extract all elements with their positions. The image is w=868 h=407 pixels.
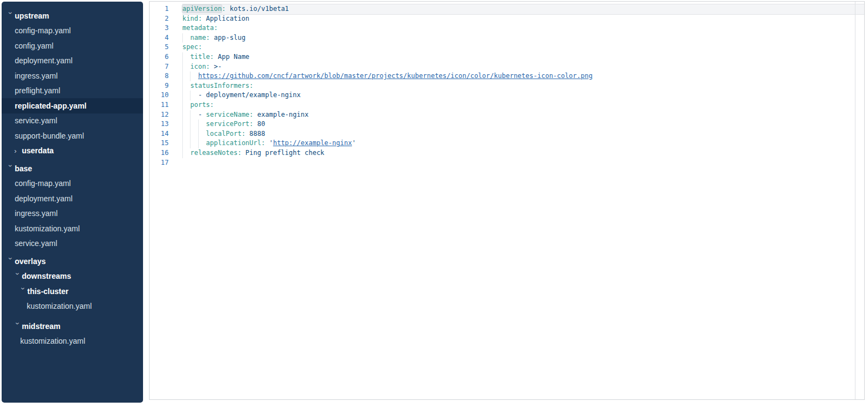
code-line[interactable]: icon: >- [182,62,864,72]
code-line[interactable]: releaseNotes: Ping preflight check [182,148,864,158]
tree-item-label: ingress.yaml [15,209,58,218]
code-link[interactable]: http://example-nginx [273,139,352,147]
code-token: App Name [214,53,249,61]
tree-item-label: kustomization.yaml [27,302,92,310]
code-token: spec: [182,43,202,51]
tree-file-preflight-yaml[interactable]: preflight.yaml [2,83,143,99]
tree-item-label: ingress.yaml [15,71,58,80]
code-line[interactable]: - deployment/example-nginx [182,91,864,100]
line-number: 8 [150,71,182,81]
code-token: releaseNotes: [190,149,241,157]
file-tree-sidebar: ›upstreamconfig-map.yamlconfig.yamldeplo… [2,2,143,403]
indent-guide [182,33,183,43]
code-token: 80 [253,120,265,128]
chevron-down-icon: › [14,273,21,280]
line-number: 17 [150,158,182,168]
tree-file-replicated-app-yaml[interactable]: replicated-app.yaml [2,98,143,113]
code-line[interactable]: spec: [182,43,864,52]
indent-guide [182,100,183,110]
tree-item-label: service.yaml [15,116,57,125]
tree-item-label: kustomization.yaml [15,224,80,233]
code-token: metadata: [182,24,218,32]
code-line[interactable]: - serviceName: example-nginx [182,110,864,120]
tree-file-service-yaml[interactable]: service.yaml [2,236,143,252]
code-line[interactable]: servicePort: 80 [182,119,864,129]
indent-guide [182,91,183,100]
code-token: app-slug [210,34,246,41]
indent-guide [182,119,183,129]
code-token: serviceName: [206,111,253,118]
tree-item-label: config-map.yaml [15,179,71,188]
line-number: 15 [150,139,182,148]
line-number: 12 [150,110,182,120]
code-line[interactable]: statusInformers: [182,81,864,91]
code-line[interactable]: name: app-slug [182,33,864,43]
indent-guide [190,129,191,139]
line-number: 13 [150,119,182,129]
tree-item-label: base [15,164,32,173]
scrollbar-track[interactable] [855,2,855,399]
code-token: >- [210,63,222,70]
tree-file-config-map-yaml[interactable]: config-map.yaml [2,23,143,39]
code-line[interactable]: apiVersion: kots.io/v1beta1 [182,4,864,14]
tree-file-ingress-yaml[interactable]: ingress.yaml [2,68,143,83]
tree-folder-overlays[interactable]: ›overlays [2,254,143,269]
code-line[interactable]: applicationUrl: 'http://example-nginx' [182,139,864,148]
code-token: ' [352,139,356,147]
tree-folder-upstream[interactable]: ›upstream [2,8,143,23]
line-number: 11 [150,100,182,110]
code-token: 8888 [246,130,265,137]
chevron-down-icon: › [7,12,14,20]
indent-guide [190,110,191,120]
line-number: 7 [150,62,182,72]
tree-item-label: downstreams [22,272,71,280]
code-token: applicationUrl: [206,139,265,147]
indent-guide [182,52,183,62]
code-token: kots.io/v1beta1 [225,5,289,13]
tree-file-deployment-yaml[interactable]: deployment.yaml [2,53,143,69]
chevron-down-icon: › [7,258,14,265]
code-line[interactable]: title: App Name [182,52,864,62]
code-line[interactable]: localPort: 8888 [182,129,864,139]
gutter: 1234567891011121314151617 [150,2,182,399]
tree-file-kustomization-yaml[interactable]: kustomization.yaml [2,221,143,236]
code-token: ports: [190,101,213,109]
tree-folder-base[interactable]: ›base [2,161,143,176]
tree-folder-downstreams[interactable]: ›downstreams [2,269,143,284]
code-token: name: [190,34,210,41]
tree-file-ingress-yaml[interactable]: ingress.yaml [2,206,143,222]
tree-file-support-bundle-yaml[interactable]: support-bundle.yaml [2,128,143,143]
line-number: 1 [150,4,182,14]
line-number: 9 [150,81,182,91]
tree-item-label: userdata [22,146,53,155]
tree-folder-midstream[interactable]: ›midstream [2,319,143,334]
tree-file-kustomization-yaml[interactable]: kustomization.yaml [2,334,143,349]
tree-file-deployment-yaml[interactable]: deployment.yaml [2,191,143,206]
code-line[interactable]: kind: Application [182,14,864,24]
code-line[interactable] [182,158,864,168]
tree-file-config-yaml[interactable]: config.yaml [2,38,143,53]
tree-folder-this-cluster[interactable]: ›this-cluster [2,284,143,299]
tree-file-kustomization-yaml[interactable]: kustomization.yaml [2,299,143,314]
code-line[interactable]: ports: [182,100,864,110]
tree-file-service-yaml[interactable]: service.yaml [2,113,143,129]
code-token: servicePort: [206,120,253,128]
chevron-down-icon: › [14,322,21,330]
indent-guide [198,119,199,129]
code-line[interactable]: https://github.com/cncf/artwork/blob/mas… [182,71,864,81]
tree-item-label: replicated-app.yaml [15,101,87,110]
code-link[interactable]: https://github.com/cncf/artwork/blob/mas… [198,72,592,80]
line-number: 4 [150,33,182,43]
code-token: title: [190,53,213,61]
code-token: ' [265,139,273,147]
tree-file-config-map-yaml[interactable]: config-map.yaml [2,176,143,191]
code-token: - [198,111,206,118]
indent-guide [190,139,191,148]
tree-item-label: overlays [15,257,46,266]
editor-pane: 1234567891011121314151617 apiVersion: ko… [149,1,865,400]
code-lines[interactable]: apiVersion: kots.io/v1beta1kind: Applica… [182,2,864,399]
line-number: 2 [150,14,182,24]
tree-folder-userdata[interactable]: ›userdata [2,143,143,159]
code-line[interactable]: metadata: [182,23,864,33]
chevron-down-icon: › [7,165,14,172]
